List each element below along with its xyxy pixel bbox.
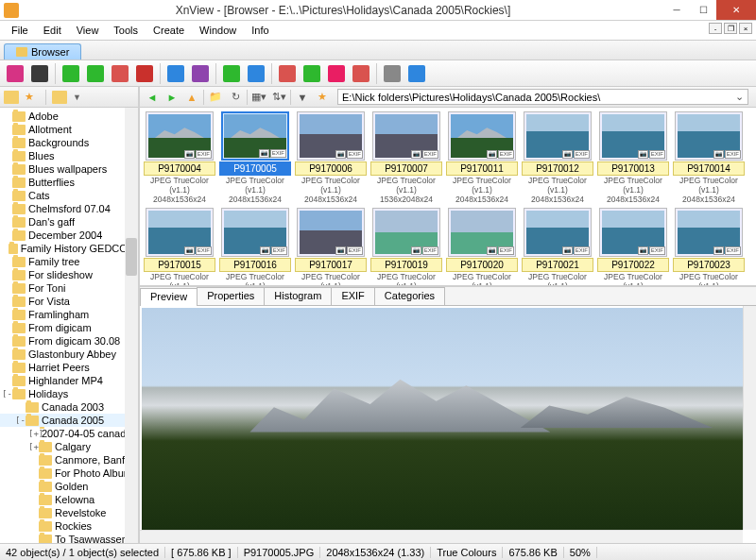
tree-item[interactable]: [-]Holidays bbox=[0, 387, 138, 400]
maximize-button[interactable]: ☐ bbox=[690, 0, 716, 20]
tree-item[interactable]: [+]Calgary bbox=[0, 440, 138, 453]
tree-item[interactable]: Adobe bbox=[0, 110, 138, 123]
star-icon[interactable]: ★ bbox=[314, 89, 331, 106]
toolbar-button-1[interactable] bbox=[28, 62, 51, 85]
nav-up-icon[interactable]: ▲ bbox=[183, 89, 200, 106]
preview-scroll-h[interactable] bbox=[140, 530, 743, 543]
tree-item[interactable]: Kelowna bbox=[0, 493, 138, 506]
menu-create[interactable]: Create bbox=[146, 23, 192, 38]
tree-item[interactable]: [+]2007-04-05 canada 20 bbox=[0, 427, 138, 440]
address-bar[interactable]: E:\Nick folders\Pictures\Holidays\Canada… bbox=[337, 89, 748, 105]
minimize-button[interactable]: ─ bbox=[663, 0, 690, 20]
tree-item[interactable]: Revelstoke bbox=[0, 506, 138, 519]
view-mode-icon[interactable]: ▦▾ bbox=[250, 89, 267, 106]
menu-window[interactable]: Window bbox=[192, 23, 244, 38]
thumbnail[interactable]: 📷EXIFP9170007JPEG TrueColor (v1.1)1536x2… bbox=[370, 111, 442, 204]
toolbar-button-16[interactable] bbox=[325, 62, 348, 85]
thumbnail[interactable]: 📷EXIFP9170004JPEG TrueColor (v1.1)2048x1… bbox=[144, 111, 215, 204]
nav-forward-icon[interactable]: ► bbox=[163, 89, 180, 106]
tree-item[interactable]: Butterflies bbox=[0, 176, 138, 189]
tree-item[interactable]: Blues wallpapers bbox=[0, 162, 138, 176]
menu-file[interactable]: File bbox=[4, 23, 36, 38]
thumbnail[interactable]: 📷EXIFP9170017JPEG TrueColor (v1.1)2048x1… bbox=[295, 208, 367, 287]
tree-item[interactable]: Harriet Peers bbox=[0, 361, 138, 374]
thumbnail[interactable]: 📷EXIFP9170015JPEG TrueColor (v1.1)2048x1… bbox=[144, 208, 215, 287]
menu-info[interactable]: Info bbox=[244, 23, 276, 38]
tree-item[interactable]: From digicam bbox=[0, 321, 138, 334]
nav-refresh-icon[interactable]: ↻ bbox=[227, 89, 244, 106]
toolbar-button-11[interactable] bbox=[220, 62, 243, 85]
toolbar-button-0[interactable] bbox=[4, 62, 26, 85]
refresh-icon[interactable] bbox=[52, 91, 67, 104]
toolbar-button-3[interactable] bbox=[60, 62, 82, 85]
tree-scrollbar[interactable] bbox=[125, 108, 138, 543]
toolbar-button-6[interactable] bbox=[133, 62, 156, 85]
preview-viewport[interactable] bbox=[140, 306, 756, 543]
tree-item[interactable]: From digicam 30.08 bbox=[0, 334, 138, 348]
toolbar-button-14[interactable] bbox=[276, 62, 299, 85]
expand-icon[interactable]: [+] bbox=[28, 427, 39, 440]
preview-tab-exif[interactable]: EXIF bbox=[331, 287, 374, 305]
tree-item[interactable]: Golden bbox=[0, 480, 138, 493]
tree-item[interactable]: Highlander MP4 bbox=[0, 374, 138, 387]
thumbnail-grid[interactable]: 📷EXIFP9170004JPEG TrueColor (v1.1)2048x1… bbox=[140, 108, 756, 287]
thumbnail[interactable]: 📷EXIFP9170021JPEG TrueColor (v1.1)2048x1… bbox=[522, 208, 593, 287]
tree-item[interactable]: Allotment bbox=[0, 123, 138, 136]
tree-item[interactable]: Dan's gaff bbox=[0, 215, 138, 229]
thumbnail[interactable]: 📷EXIFP9170013JPEG TrueColor (v1.1)2048x1… bbox=[597, 111, 669, 204]
tree-item[interactable]: [-]Canada 2005 bbox=[0, 414, 138, 427]
tree-item[interactable]: For Vista bbox=[0, 295, 138, 308]
tree-item[interactable]: Framlingham bbox=[0, 308, 138, 321]
tree-item[interactable]: Rockies bbox=[0, 519, 138, 533]
toolbar-button-15[interactable] bbox=[301, 62, 323, 85]
tree-item[interactable]: Glastonbury Abbey bbox=[0, 348, 138, 361]
open-folder-icon[interactable]: 📁 bbox=[207, 89, 224, 106]
sort-icon[interactable]: ⇅▾ bbox=[270, 89, 287, 106]
thumbnail[interactable]: 📷EXIFP9170020JPEG TrueColor (v1.1)2048x1… bbox=[446, 208, 518, 287]
tree-item[interactable]: For Photo Album bbox=[0, 467, 138, 480]
tree-item[interactable]: To Tsawwassen bbox=[0, 533, 138, 543]
tree-item[interactable]: For Toni bbox=[0, 281, 138, 295]
toolbar-button-12[interactable] bbox=[245, 62, 267, 85]
thumbnail[interactable]: 📷EXIFP9170023JPEG TrueColor (v1.1)1536x2… bbox=[673, 208, 745, 287]
tree-item[interactable]: Family tree bbox=[0, 255, 138, 268]
expand-icon[interactable]: [-] bbox=[2, 387, 12, 400]
favorite-icon[interactable]: ★ bbox=[25, 91, 40, 104]
thumbnail[interactable]: 📷EXIFP9170012JPEG TrueColor (v1.1)2048x1… bbox=[522, 111, 593, 204]
menu-edit[interactable]: Edit bbox=[36, 23, 69, 38]
new-folder-icon[interactable] bbox=[4, 91, 19, 104]
toolbar-button-5[interactable] bbox=[109, 62, 131, 85]
preview-tab-categories[interactable]: Categories bbox=[374, 287, 445, 305]
thumbnail[interactable]: 📷EXIFP9170022JPEG TrueColor (v1.1)2048x1… bbox=[597, 208, 669, 287]
preview-scroll-v[interactable] bbox=[743, 306, 756, 530]
toolbar-button-17[interactable] bbox=[350, 62, 372, 85]
thumbnail[interactable]: 📷EXIFP9170019JPEG TrueColor (v1.1)1536x2… bbox=[370, 208, 442, 287]
tree-item[interactable]: For slideshow bbox=[0, 268, 138, 281]
expand-icon[interactable]: [-] bbox=[15, 414, 26, 427]
address-dropdown-icon[interactable]: ⌄ bbox=[735, 91, 744, 103]
toolbar-button-9[interactable] bbox=[189, 62, 212, 85]
mdi-restore[interactable]: ❐ bbox=[724, 23, 737, 34]
tree-item[interactable]: December 2004 bbox=[0, 229, 138, 242]
toolbar-button-4[interactable] bbox=[84, 62, 107, 85]
tree-item[interactable]: Blues bbox=[0, 149, 138, 162]
browser-tab[interactable]: Browser bbox=[4, 43, 81, 59]
thumbnail[interactable]: 📷EXIFP9170005JPEG TrueColor (v1.1)2048x1… bbox=[219, 111, 291, 204]
thumbnail[interactable]: 📷EXIFP9170014JPEG TrueColor (v1.1)2048x1… bbox=[673, 111, 745, 204]
toolbar-button-19[interactable] bbox=[381, 62, 404, 85]
tree-item[interactable]: Chelmsford 07.04 bbox=[0, 202, 138, 215]
tree-item[interactable]: Cats bbox=[0, 189, 138, 202]
tree-item[interactable]: Canada 2003 bbox=[0, 400, 138, 414]
mdi-close[interactable]: × bbox=[739, 23, 752, 34]
expand-icon[interactable]: [+] bbox=[28, 440, 39, 453]
thumbnail[interactable]: 📷EXIFP9170011JPEG TrueColor (v1.1)2048x1… bbox=[446, 111, 518, 204]
toolbar-button-8[interactable] bbox=[164, 62, 187, 85]
mdi-minimize[interactable]: - bbox=[709, 23, 722, 34]
preview-tab-preview[interactable]: Preview bbox=[140, 288, 198, 306]
menu-tools[interactable]: Tools bbox=[106, 23, 146, 38]
preview-tab-properties[interactable]: Properties bbox=[197, 287, 265, 305]
nav-back-icon[interactable]: ◄ bbox=[144, 89, 161, 106]
close-button[interactable]: ✕ bbox=[716, 0, 756, 20]
filter-icon[interactable]: ▼ bbox=[294, 89, 311, 106]
menu-view[interactable]: View bbox=[69, 23, 107, 38]
